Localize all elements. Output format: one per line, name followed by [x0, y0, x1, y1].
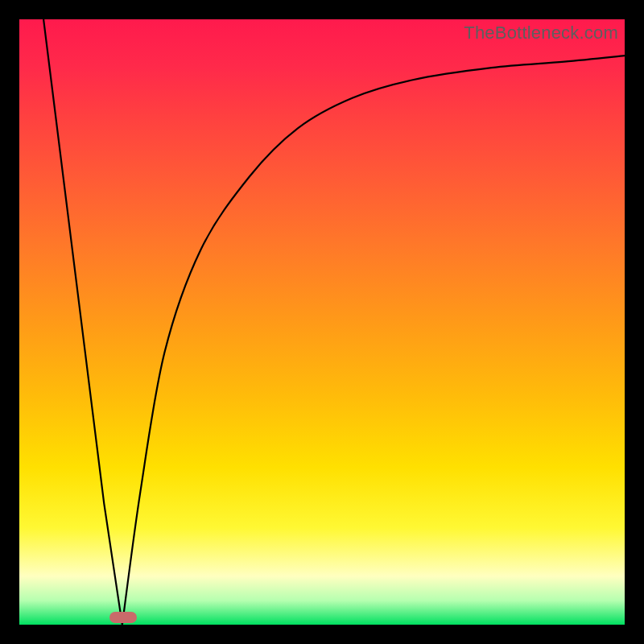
watermark-text: TheBottleneck.com [464, 23, 618, 43]
minimum-marker [109, 612, 137, 623]
chart-curve [19, 19, 625, 625]
curve-path [43, 19, 625, 625]
chart-frame: TheBottleneck.com [19, 19, 625, 625]
